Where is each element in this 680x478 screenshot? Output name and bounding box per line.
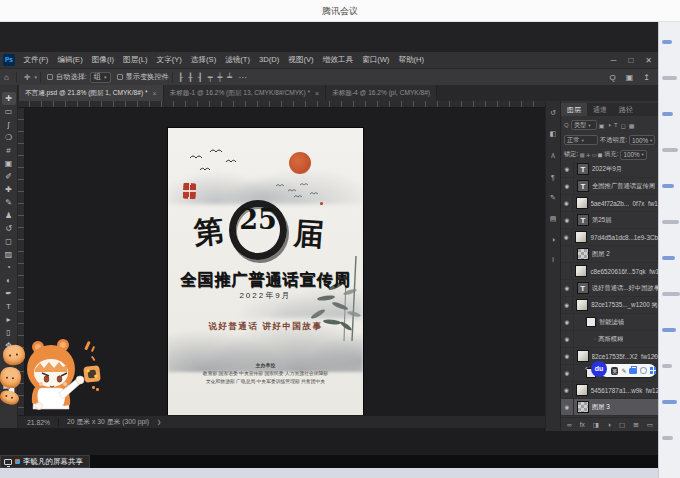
align-top-icon[interactable]: ┯ bbox=[205, 73, 215, 82]
character-panel-icon[interactable]: Ａ bbox=[550, 151, 557, 161]
layer-row-6[interactable]: c8e6520616f...57gk_fw1200 bbox=[561, 263, 659, 280]
layer-row-9[interactable]: ◉智能滤镜 bbox=[561, 314, 659, 331]
layer-visibility-eye-icon[interactable]: ◉ bbox=[561, 178, 574, 194]
layer-row-0[interactable]: ◉T2022年9月 bbox=[561, 161, 659, 178]
paragraph-panel-icon[interactable]: ¶ bbox=[551, 174, 555, 181]
align-right-icon[interactable]: ┨ bbox=[195, 73, 205, 82]
menu-item-8[interactable]: 视图(V) bbox=[284, 55, 318, 65]
lasso-tool[interactable]: ʃ bbox=[2, 118, 16, 131]
layer-visibility-eye-icon[interactable]: ◉ bbox=[561, 195, 573, 211]
layer-row-5[interactable]: 图层 2 bbox=[561, 246, 659, 263]
share-icon[interactable]: ↥ bbox=[643, 73, 650, 82]
menu-item-3[interactable]: 图层(L) bbox=[119, 55, 152, 65]
libraries-panel-icon[interactable]: ▤ bbox=[550, 215, 557, 223]
blend-mode-dropdown[interactable]: 正常 ▾ bbox=[564, 135, 598, 145]
filter-adjustment-icon[interactable]: ◑ bbox=[607, 122, 611, 129]
smart-object-expand-icon[interactable]: ▾ bbox=[653, 353, 656, 359]
layer-row-7[interactable]: ◉T说好普通话...好中国故事 bbox=[561, 280, 659, 297]
status-chevron-icon[interactable]: ❯ bbox=[157, 419, 161, 425]
pen-tool[interactable]: ✒ bbox=[2, 287, 16, 300]
menu-item-10[interactable]: 窗口(W) bbox=[357, 55, 393, 65]
tab-close-icon[interactable]: × bbox=[153, 90, 157, 97]
layer-row-10[interactable]: ◉◦高斯模糊 bbox=[561, 331, 659, 348]
marquee-tool[interactable]: ▭ bbox=[2, 105, 16, 118]
layers-panel-tab-2[interactable]: 路径 bbox=[613, 103, 639, 116]
lock-image-icon[interactable]: ▭ bbox=[592, 151, 596, 159]
window-maximize-button[interactable]: □ bbox=[628, 56, 633, 65]
lock-all-icon[interactable]: ■ bbox=[598, 151, 602, 159]
filter-type-icon[interactable]: T bbox=[614, 122, 618, 129]
align-bottom-icon[interactable]: ┷ bbox=[225, 73, 235, 82]
menu-item-11[interactable]: 帮助(H) bbox=[394, 55, 429, 65]
window-minimize-button[interactable]: ─ bbox=[611, 56, 617, 65]
quick-selection-tool[interactable]: ❍ bbox=[2, 131, 16, 144]
move-tool[interactable]: ✛ bbox=[2, 92, 16, 105]
layer-visibility-eye-icon[interactable]: ◉ bbox=[561, 280, 574, 296]
opacity-field[interactable]: 100% ▾ bbox=[629, 135, 655, 145]
ime-collapse-icon[interactable]: ‹ bbox=[585, 364, 588, 373]
layer-row-11[interactable]: ◉82ce17535f...X2_fw1200▾ bbox=[561, 348, 659, 365]
properties-panel-icon[interactable]: ◧ bbox=[550, 130, 557, 138]
brush-settings-panel-icon[interactable]: ✎ bbox=[550, 194, 556, 202]
frame-tool[interactable]: ▣ bbox=[2, 157, 16, 170]
menu-item-0[interactable]: 文件(F) bbox=[19, 55, 53, 65]
filter-shape-icon[interactable]: ◻ bbox=[621, 122, 626, 129]
layer-row-8[interactable]: ◉82ce17535..._w1200 拷贝▾ bbox=[561, 297, 659, 314]
filter-pixel-icon[interactable]: ▣ bbox=[599, 122, 605, 129]
adjustment-layer-icon[interactable]: ◑ bbox=[607, 421, 611, 428]
layer-visibility-eye-icon[interactable]: ◉ bbox=[561, 382, 573, 398]
layer-filter-kind-dropdown[interactable]: 类型 ▾ bbox=[571, 120, 597, 130]
layer-visibility-eye-icon[interactable]: ◉ bbox=[561, 229, 572, 245]
clone-stamp-tool[interactable]: ♟ bbox=[2, 209, 16, 222]
fill-field[interactable]: 100% ▾ bbox=[620, 150, 646, 160]
healing-brush-tool[interactable]: ✚ bbox=[2, 183, 16, 196]
delete-layer-icon[interactable]: ▭ bbox=[647, 421, 653, 429]
crop-tool[interactable]: # bbox=[2, 144, 16, 157]
info-panel-icon[interactable]: i bbox=[552, 256, 554, 263]
menu-item-6[interactable]: 滤镜(T) bbox=[221, 55, 255, 65]
smart-object-expand-icon[interactable]: ▾ bbox=[653, 302, 656, 308]
more-options-icon[interactable]: ⋯ bbox=[235, 73, 251, 82]
layer-visibility-eye-icon[interactable]: ◉ bbox=[561, 161, 574, 177]
align-center-icon[interactable]: ╂ bbox=[185, 73, 195, 82]
history-brush-tool[interactable]: ↺ bbox=[2, 222, 16, 235]
layer-row-4[interactable]: ◉97d4d5a1dc8...1e9-3CbjXW bbox=[561, 229, 659, 246]
layer-row-1[interactable]: ◉T全国推广普通话宣传周 bbox=[561, 178, 659, 195]
layer-visibility-eye-icon[interactable] bbox=[561, 246, 574, 262]
menu-item-7[interactable]: 3D(D) bbox=[255, 55, 284, 65]
layer-visibility-eye-icon[interactable]: ◉ bbox=[561, 331, 574, 347]
brush-tool[interactable]: ✎ bbox=[2, 196, 16, 209]
tab-close-icon[interactable]: × bbox=[315, 90, 319, 97]
layer-visibility-eye-icon[interactable]: ◉ bbox=[561, 297, 573, 313]
link-layers-icon[interactable]: ∞ bbox=[567, 421, 572, 428]
layer-visibility-eye-icon[interactable]: ◉ bbox=[561, 348, 574, 364]
ime-language-mode-icon[interactable]: 英 bbox=[611, 367, 618, 375]
zoom-level-field[interactable]: 21.82% bbox=[27, 419, 50, 426]
lock-position-icon[interactable]: ✛ bbox=[586, 151, 590, 159]
baidu-ime-logo[interactable]: du bbox=[591, 361, 607, 377]
layer-visibility-eye-icon[interactable]: ◉ bbox=[561, 314, 574, 330]
search-icon[interactable]: Q bbox=[610, 73, 616, 82]
ime-grid-icon[interactable] bbox=[650, 367, 656, 374]
history-panel-icon[interactable]: ↺ bbox=[550, 109, 556, 117]
lock-transparent-icon[interactable]: ▨ bbox=[580, 151, 584, 159]
layer-visibility-eye-icon[interactable]: ◉ bbox=[561, 212, 574, 228]
layers-panel-tab-1[interactable]: 通道 bbox=[587, 103, 613, 116]
move-tool-preset-icon[interactable]: ✛ bbox=[20, 73, 35, 82]
home-icon[interactable]: ⌂ bbox=[0, 73, 13, 82]
layer-mask-icon[interactable]: ◨ bbox=[593, 421, 599, 429]
menu-item-9[interactable]: 增效工具 bbox=[318, 55, 357, 65]
document-tab-0[interactable]: 不言通.psd @ 21.8% (图层 1, CMYK/8#) *× bbox=[19, 85, 164, 101]
window-close-button[interactable]: ✕ bbox=[645, 56, 652, 65]
path-selection-tool[interactable]: ▸ bbox=[2, 313, 16, 326]
eyedropper-tool[interactable]: ✐ bbox=[2, 170, 16, 183]
layer-row-3[interactable]: ◉T第25届 bbox=[561, 212, 659, 229]
layer-row-2[interactable]: ◉5ae4f72a2b..._0f7x_fw1200 bbox=[561, 195, 659, 212]
ime-pen-icon[interactable]: ✎ bbox=[621, 367, 626, 374]
align-left-icon[interactable]: ┠ bbox=[176, 73, 186, 82]
menu-item-4[interactable]: 文字(Y) bbox=[152, 55, 186, 65]
layer-row-14[interactable]: ◉图层 3 bbox=[561, 399, 659, 416]
menu-item-5[interactable]: 选择(S) bbox=[186, 55, 220, 65]
layer-visibility-eye-icon[interactable]: ◉ bbox=[561, 399, 574, 415]
chevron-down-icon[interactable]: ▾ bbox=[35, 74, 38, 80]
